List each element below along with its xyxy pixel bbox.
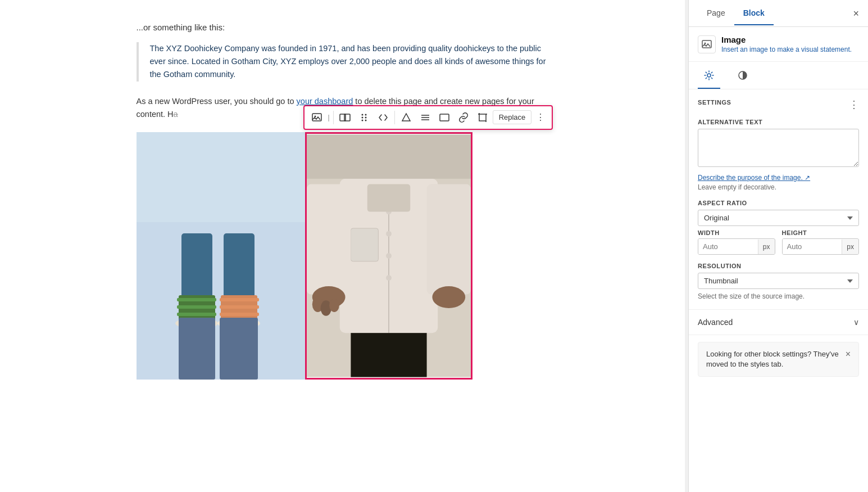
image-right-wrapper: |	[305, 132, 472, 380]
width-label: WIDTH	[698, 229, 775, 236]
height-group: HEIGHT px	[782, 229, 860, 255]
settings-header: Settings ⋮	[698, 98, 859, 111]
blockquote-block: The XYZ Doohickey Company was founded in…	[137, 42, 552, 82]
block-icon	[698, 35, 716, 53]
svg-point-23	[365, 116, 366, 118]
sidebar-close-btn[interactable]: ×	[853, 8, 859, 19]
svg-point-46	[432, 286, 465, 308]
toolbar-crop-btn[interactable]	[474, 109, 492, 127]
resolution-select[interactable]: Thumbnail Medium Large	[698, 273, 859, 289]
toolbar-gallery-btn[interactable]	[336, 109, 354, 127]
svg-point-40	[386, 253, 392, 259]
sidebar: Page Block × Image Insert an image to ma…	[688, 0, 868, 492]
svg-rect-30	[479, 114, 486, 121]
advanced-label: Advanced	[698, 318, 733, 327]
toolbar-wide-btn[interactable]	[435, 109, 453, 127]
gear-icon	[703, 70, 715, 81]
width-input[interactable]	[698, 239, 758, 254]
blockquote-text: The XYZ Doohickey Company was founded in…	[150, 42, 552, 82]
svg-rect-43	[307, 184, 351, 295]
dimensions-row: WIDTH px HEIGHT px	[698, 229, 859, 255]
shoes-image	[137, 132, 305, 380]
toolbar-sep-text: |	[327, 114, 331, 121]
svg-point-20	[361, 114, 363, 115]
svg-point-21	[365, 114, 366, 115]
toolbar-replace-btn[interactable]: Replace	[493, 110, 532, 124]
height-label: HEIGHT	[782, 229, 860, 236]
toolbar-more-btn[interactable]: ⋮	[533, 109, 548, 127]
editor-content: ...or something like this: The XYZ Doohi…	[137, 22, 552, 380]
svg-rect-13	[179, 318, 215, 380]
block-title-area: Image Insert an image to make a visual s…	[689, 27, 868, 62]
aspect-ratio-label: ASPECT RATIO	[698, 200, 859, 206]
svg-rect-51	[351, 333, 426, 377]
alt-text-input[interactable]	[698, 129, 859, 167]
tab-block[interactable]: Block	[734, 2, 774, 25]
svg-rect-10	[220, 305, 259, 309]
scrollbar[interactable]	[685, 0, 688, 492]
svg-rect-5	[177, 313, 216, 316]
editor-area: ...or something like this: The XYZ Doohi…	[0, 0, 688, 492]
svg-point-39	[386, 231, 392, 237]
style-tab-styles[interactable]	[731, 69, 754, 89]
toolbar-separator-1	[333, 111, 334, 124]
block-title: Image	[721, 35, 852, 44]
svg-point-41	[386, 275, 392, 281]
image-right-selected[interactable]	[305, 132, 472, 380]
toolbar-code-btn[interactable]	[374, 109, 392, 127]
svg-point-25	[365, 119, 366, 121]
block-description: Insert an image to make a visual stateme…	[721, 46, 852, 53]
svg-point-49	[329, 299, 339, 312]
svg-rect-9	[220, 298, 259, 301]
block-toolbar: |	[303, 105, 553, 130]
notification-bar: Looking for other block settings? They'v…	[698, 342, 859, 377]
svg-point-22	[361, 116, 363, 118]
svg-rect-3	[177, 298, 216, 301]
image-gallery: |	[137, 132, 552, 380]
intro-text: ...or something like this:	[137, 22, 552, 32]
resolution-hint: Select the size of the source image.	[698, 292, 859, 300]
aspect-ratio-select[interactable]: Original Square 16/9	[698, 210, 859, 226]
settings-options-btn[interactable]: ⋮	[849, 98, 859, 111]
tab-page[interactable]: Page	[698, 2, 734, 25]
toolbar-separator-2	[394, 111, 395, 124]
height-unit: px	[842, 240, 858, 254]
toolbar-link-btn[interactable]	[455, 109, 472, 127]
sidebar-header: Page Block ×	[689, 0, 868, 27]
svg-rect-42	[351, 228, 378, 261]
notification-text: Looking for other block settings? They'v…	[706, 349, 841, 369]
image-left[interactable]	[137, 132, 305, 380]
svg-rect-7	[224, 233, 255, 301]
toolbar-image-btn[interactable]	[308, 109, 326, 127]
settings-section: Settings ⋮ ALTERNATIVE TEXT Describe the…	[689, 89, 868, 310]
svg-rect-52	[307, 134, 471, 178]
width-input-wrap: px	[698, 238, 775, 255]
height-input-wrap: px	[782, 238, 860, 255]
block-title-info: Image Insert an image to make a visual s…	[721, 35, 852, 53]
width-group: WIDTH px	[698, 229, 775, 255]
svg-point-24	[361, 119, 363, 121]
svg-rect-15	[137, 132, 305, 222]
halfcircle-icon	[737, 70, 748, 81]
svg-rect-29	[440, 114, 449, 121]
svg-rect-1	[181, 233, 212, 301]
style-tabs	[689, 62, 868, 89]
dashboard-link[interactable]: your dashboard	[297, 97, 353, 106]
width-unit: px	[758, 240, 775, 254]
alt-text-label: ALTERNATIVE TEXT	[698, 119, 859, 125]
alt-text-link[interactable]: Describe the purpose of the image. ↗	[698, 174, 859, 182]
alt-text-hint: Leave empty if decorative.	[698, 183, 776, 191]
notification-close-btn[interactable]: ×	[846, 349, 851, 359]
svg-rect-14	[220, 318, 258, 380]
sidebar-tabs: Page Block	[698, 2, 774, 25]
settings-label: Settings	[698, 99, 731, 106]
style-tab-settings[interactable]	[698, 69, 720, 89]
svg-rect-50	[367, 184, 410, 212]
height-input[interactable]	[783, 239, 842, 254]
toolbar-drag-btn[interactable]	[355, 109, 373, 127]
advanced-row[interactable]: Advanced ∨	[689, 310, 868, 335]
svg-rect-11	[220, 313, 259, 316]
toolbar-align-btn[interactable]	[416, 109, 434, 127]
resolution-label: RESOLUTION	[698, 263, 859, 269]
toolbar-triangle-btn[interactable]	[397, 109, 415, 127]
